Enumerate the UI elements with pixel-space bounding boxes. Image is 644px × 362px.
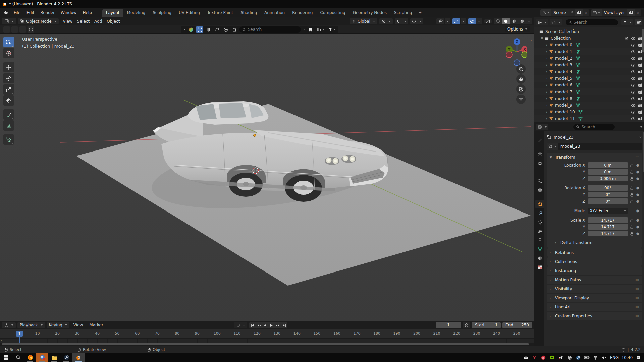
gizmo-y-negative[interactable] <box>522 52 527 58</box>
tab-modeling[interactable]: Modeling <box>123 9 149 17</box>
value-field[interactable]: 14.717 <box>588 231 628 236</box>
expand-icon[interactable]: › <box>544 110 549 114</box>
object-name-field[interactable]: model_23 <box>547 143 642 150</box>
collapse-icon[interactable]: ▼ <box>540 37 544 40</box>
shading-caret[interactable] <box>526 18 532 24</box>
bookmark-icon[interactable] <box>307 26 314 33</box>
object-name[interactable]: model_5 <box>555 76 572 81</box>
start-button[interactable] <box>0 353 12 362</box>
outliner-search[interactable] <box>566 19 618 25</box>
expand-icon[interactable]: › <box>544 83 549 87</box>
timeline-channel-area[interactable] <box>0 338 534 343</box>
timeline-view-menu[interactable]: View <box>71 322 85 328</box>
select-preset-tweak-icon[interactable] <box>3 26 10 33</box>
tray-wifi-icon[interactable] <box>593 355 598 360</box>
tool-rotate[interactable] <box>3 73 14 83</box>
object-name[interactable]: model_1 <box>555 49 572 54</box>
tool-search-input[interactable] <box>248 27 298 32</box>
tray-gray-circle-icon[interactable] <box>567 355 572 360</box>
properties-tab-physics[interactable] <box>535 227 544 236</box>
animate-dot-button[interactable]: ● <box>635 209 640 213</box>
object-name[interactable]: model_10 <box>555 110 575 114</box>
viewport-menu-view[interactable]: View <box>61 18 75 24</box>
jump-to-end-button[interactable] <box>281 322 287 328</box>
select-mode-subtract-icon[interactable] <box>213 26 221 33</box>
expand-icon[interactable]: › <box>544 97 549 100</box>
outliner-row-model_7[interactable]: ›model_7 <box>534 88 644 95</box>
gizmos-icon[interactable] <box>452 18 461 24</box>
remove-viewlayer-icon[interactable]: × <box>635 9 641 16</box>
expand-icon[interactable]: › <box>544 50 549 53</box>
tool-scale[interactable] <box>3 84 14 95</box>
lock-icon[interactable] <box>628 170 635 174</box>
tab-rendering[interactable]: Rendering <box>288 9 316 17</box>
lock-icon[interactable] <box>628 163 635 167</box>
outliner-row-model_10[interactable]: ›model_10 <box>534 109 644 115</box>
lock-icon[interactable] <box>628 193 635 197</box>
panel-viewport-display[interactable]: ›Viewport Display∷∷ <box>547 294 642 302</box>
pin-icon[interactable] <box>568 9 575 16</box>
maximize-button[interactable] <box>613 0 629 8</box>
panel-custom-properties[interactable]: ›Custom Properties∷∷ <box>547 312 642 320</box>
animate-dot-button[interactable]: ● <box>635 225 640 229</box>
new-viewlayer-icon[interactable] <box>627 9 635 16</box>
value-field[interactable]: 0° <box>588 192 628 197</box>
gizmos-caret[interactable] <box>461 18 466 24</box>
tool-transform[interactable] <box>3 95 14 106</box>
pan-hand-button[interactable] <box>516 74 526 84</box>
taskbar-file-explorer-icon[interactable] <box>48 353 60 362</box>
new-collection-button[interactable] <box>635 19 642 25</box>
current-frame-field[interactable]: 1 <box>436 322 461 328</box>
menu-file[interactable]: File <box>11 9 23 16</box>
tool-move[interactable] <box>3 62 14 72</box>
object-name[interactable]: model_3 <box>555 63 572 67</box>
menu-edit[interactable]: Edit <box>23 9 37 16</box>
outliner-row-model_0[interactable]: ›model_0 <box>534 42 644 48</box>
lock-icon[interactable] <box>628 218 635 222</box>
tab-sculpting[interactable]: Sculpting <box>149 9 175 17</box>
gizmo-x-negative[interactable] <box>506 52 512 58</box>
taskbar-language-label[interactable]: ENG <box>610 355 619 360</box>
panel-instancing[interactable]: ›Instancing∷∷ <box>547 266 642 275</box>
taskbar-clock[interactable]: 10:40 <box>622 355 633 360</box>
playback-menu[interactable]: Playback <box>17 322 45 328</box>
tray-steam-icon[interactable] <box>575 355 581 360</box>
panel-visibility[interactable]: ›Visibility∷∷ <box>547 285 642 293</box>
properties-tab-view-layer[interactable] <box>535 168 544 177</box>
outliner-row-collection[interactable]: ▼Collection <box>534 35 644 42</box>
pin-id-icon[interactable] <box>638 135 642 139</box>
outliner-display-mode-dropdown[interactable] <box>536 19 548 25</box>
display-settings-icon[interactable] <box>315 26 325 33</box>
jump-to-start-button[interactable] <box>249 322 256 328</box>
select-preset-box-icon[interactable] <box>11 26 18 33</box>
object-name[interactable]: model_9 <box>555 103 572 108</box>
taskbar-search-button[interactable] <box>12 353 24 362</box>
lock-icon[interactable] <box>628 186 635 190</box>
tool-search[interactable] <box>239 26 301 33</box>
tool-cursor[interactable] <box>3 48 14 58</box>
snap-options-caret[interactable] <box>402 18 408 24</box>
expand-icon[interactable]: › <box>544 90 549 94</box>
tab-geometry-nodes[interactable]: Geometry Nodes <box>349 9 390 17</box>
proportional-edit-icon[interactable] <box>410 18 418 24</box>
overlays-caret[interactable] <box>476 18 482 24</box>
editor-type-button[interactable] <box>2 18 16 24</box>
playhead[interactable]: 1 <box>16 331 23 337</box>
tab-animation[interactable]: Animation <box>261 9 288 17</box>
tray-nvidia-icon[interactable] <box>549 355 555 360</box>
tray-red-v-icon[interactable] <box>532 355 537 360</box>
tab-compositing[interactable]: Compositing <box>316 9 349 17</box>
panel-motion-paths[interactable]: ›Motion Paths∷∷ <box>547 276 642 284</box>
object-name[interactable]: model_2 <box>555 56 572 61</box>
tray-telegram-icon[interactable] <box>558 355 564 360</box>
object-name[interactable]: model_6 <box>555 83 572 87</box>
outliner-row-model_3[interactable]: ›model_3 <box>534 62 644 68</box>
visibility-icon[interactable] <box>436 18 445 24</box>
expand-icon[interactable]: › <box>544 77 549 80</box>
animate-dot-button[interactable]: ● <box>635 186 640 190</box>
properties-tab-object[interactable] <box>535 200 544 208</box>
expand-icon[interactable]: › <box>544 63 549 67</box>
notification-center-icon[interactable] <box>636 355 641 360</box>
tab-uv-editing[interactable]: UV Editing <box>175 9 204 17</box>
timeline-scrollbar[interactable] <box>0 343 534 346</box>
